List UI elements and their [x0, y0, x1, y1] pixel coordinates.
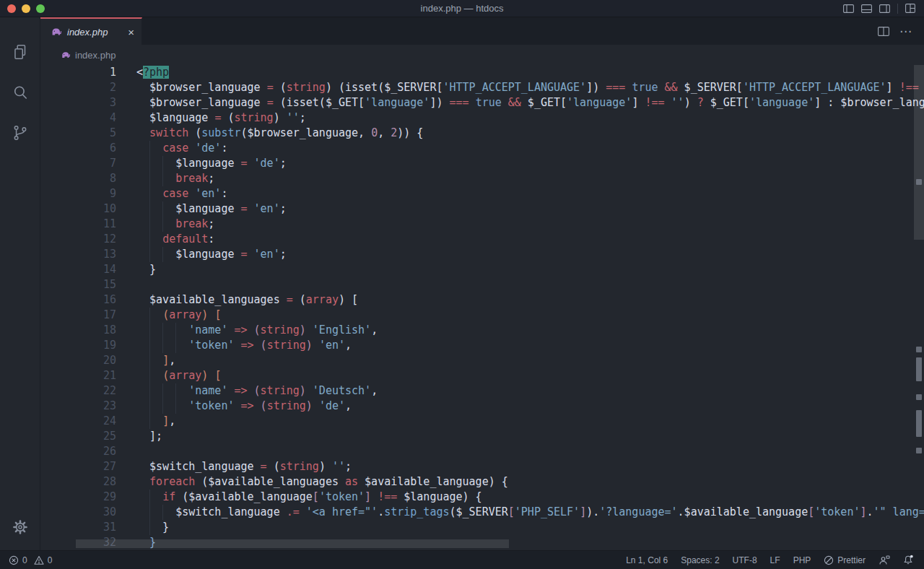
customize-layout-button[interactable] [905, 4, 915, 13]
code-line[interactable]: 5 switch (substr($browser_language, 0, 2… [40, 126, 924, 141]
code-line[interactable]: 6 case 'de': [40, 141, 924, 156]
code-text[interactable]: $switch_language .= '<a href="'.strip_ta… [116, 505, 924, 520]
breadcrumb-file[interactable]: index.php [75, 50, 116, 61]
code-text[interactable]: <?php [116, 65, 924, 80]
tab-index-php[interactable]: index.php × [40, 17, 142, 45]
line-number: 20 [40, 353, 116, 368]
line-number: 24 [40, 414, 116, 429]
feedback-button[interactable] [879, 555, 890, 565]
code-text[interactable] [116, 444, 924, 459]
code-line[interactable]: 7 $language = 'de'; [40, 156, 924, 171]
code-line[interactable]: 20 ], [40, 353, 924, 368]
code-text[interactable]: default: [116, 232, 924, 247]
tab-label: index.php [67, 27, 123, 38]
code-line[interactable]: 18 'name' => (string) 'English', [40, 323, 924, 338]
code-line[interactable]: 12 default: [40, 232, 924, 247]
code-line[interactable]: 29 if ($available_language['token'] !== … [40, 490, 924, 505]
code-text[interactable]: case 'de': [116, 141, 924, 156]
code-text[interactable]: ]; [116, 429, 924, 444]
code-text[interactable]: (array) [ [116, 308, 924, 323]
encoding-status[interactable]: UTF-8 [733, 555, 757, 565]
code-text[interactable]: 'token' => (string) 'de', [116, 399, 924, 414]
code-text[interactable]: $browser_language = (string) (isset($_SE… [116, 80, 924, 95]
line-number: 7 [40, 156, 116, 171]
code-line[interactable]: 19 'token' => (string) 'en', [40, 338, 924, 353]
split-editor-button[interactable] [878, 27, 889, 36]
problems-status[interactable]: 0 0 [9, 555, 52, 565]
cursor-position-status[interactable]: Ln 1, Col 6 [626, 555, 668, 565]
code-text[interactable]: 'token' => (string) 'en', [116, 338, 924, 353]
code-line[interactable]: 16 $available_languages = (array) [ [40, 292, 924, 308]
code-line[interactable]: 2 $browser_language = (string) (isset($_… [40, 80, 924, 95]
activity-explorer-button[interactable] [4, 35, 36, 69]
close-window-button[interactable] [7, 4, 16, 13]
code-text[interactable]: $available_languages = (array) [ [116, 292, 924, 308]
activity-source-control-button[interactable] [4, 116, 36, 150]
code-line[interactable]: 28 foreach ($available_languages as $ava… [40, 474, 924, 490]
toggle-panel-button[interactable] [861, 4, 872, 13]
close-icon[interactable]: × [128, 27, 134, 38]
code-line[interactable]: 11 break; [40, 217, 924, 232]
code-line[interactable]: 22 'name' => (string) 'Deutsch', [40, 383, 924, 399]
code-text[interactable]: break; [116, 217, 924, 232]
code-text[interactable]: $language = 'de'; [116, 156, 924, 171]
code-text[interactable]: $language = 'en'; [116, 247, 924, 262]
language-mode-status[interactable]: PHP [793, 555, 811, 565]
code-text[interactable]: foreach ($available_languages as $availa… [116, 474, 924, 490]
code-text[interactable]: $switch_language = (string) ''; [116, 459, 924, 474]
code-line[interactable]: 25 ]; [40, 429, 924, 444]
code-line[interactable]: 31 } [40, 520, 924, 535]
toggle-primary-sidebar-button[interactable] [843, 4, 854, 13]
code-line[interactable]: 10 $language = 'en'; [40, 201, 924, 217]
code-text[interactable]: ], [116, 414, 924, 429]
code-line[interactable]: 17 (array) [ [40, 308, 924, 323]
code-line[interactable]: 23 'token' => (string) 'de', [40, 399, 924, 414]
vertical-scrollbar[interactable] [914, 65, 924, 240]
code-text[interactable]: if ($available_language['token'] !== $la… [116, 490, 924, 505]
traffic-lights [7, 4, 45, 13]
zoom-window-button[interactable] [36, 4, 45, 13]
code-line[interactable]: 26 [40, 444, 924, 459]
indentation-status[interactable]: Spaces: 2 [681, 555, 719, 565]
code-editor[interactable]: 1<?php2 $browser_language = (string) (is… [40, 65, 924, 550]
code-text[interactable] [116, 277, 924, 292]
notifications-button[interactable] [903, 555, 914, 565]
code-line[interactable]: 30 $switch_language .= '<a href="'.strip… [40, 505, 924, 520]
code-text[interactable]: $language = 'en'; [116, 201, 924, 217]
code-text[interactable]: $language = (string) ''; [116, 110, 924, 126]
code-line[interactable]: 24 ], [40, 414, 924, 429]
line-number: 14 [40, 262, 116, 277]
line-number: 10 [40, 201, 116, 217]
formatter-status[interactable]: Prettier [824, 555, 866, 565]
code-line[interactable]: 21 (array) [ [40, 368, 924, 383]
overview-ruler-mark [916, 357, 922, 381]
code-text[interactable]: $browser_language = (isset($_GET['langua… [116, 95, 924, 110]
code-line[interactable]: 8 break; [40, 171, 924, 186]
code-line[interactable]: 3 $browser_language = (isset($_GET['lang… [40, 95, 924, 110]
code-text[interactable]: } [116, 262, 924, 277]
code-line[interactable]: 1<?php [40, 65, 924, 80]
code-text[interactable]: ], [116, 353, 924, 368]
code-line[interactable]: 27 $switch_language = (string) ''; [40, 459, 924, 474]
activity-search-button[interactable] [4, 75, 36, 110]
minimize-window-button[interactable] [22, 4, 30, 13]
code-text[interactable]: case 'en': [116, 186, 924, 201]
code-text[interactable]: 'name' => (string) 'English', [116, 323, 924, 338]
activity-settings-button[interactable] [4, 510, 36, 544]
toggle-secondary-sidebar-button[interactable] [879, 4, 890, 13]
indent-guide [162, 338, 163, 353]
breadcrumb: index.php [40, 45, 924, 65]
eol-status[interactable]: LF [770, 555, 780, 565]
code-line[interactable]: 15 [40, 277, 924, 292]
code-text[interactable]: } [116, 520, 924, 535]
more-actions-icon[interactable]: ⋯ [899, 24, 912, 39]
code-text[interactable]: switch (substr($browser_language, 0, 2))… [116, 126, 924, 141]
code-text[interactable]: break; [116, 171, 924, 186]
code-line[interactable]: 14 } [40, 262, 924, 277]
horizontal-scrollbar[interactable] [76, 539, 509, 548]
code-text[interactable]: (array) [ [116, 368, 924, 383]
code-line[interactable]: 9 case 'en': [40, 186, 924, 201]
code-text[interactable]: 'name' => (string) 'Deutsch', [116, 383, 924, 399]
code-line[interactable]: 13 $language = 'en'; [40, 247, 924, 262]
code-line[interactable]: 4 $language = (string) ''; [40, 110, 924, 126]
